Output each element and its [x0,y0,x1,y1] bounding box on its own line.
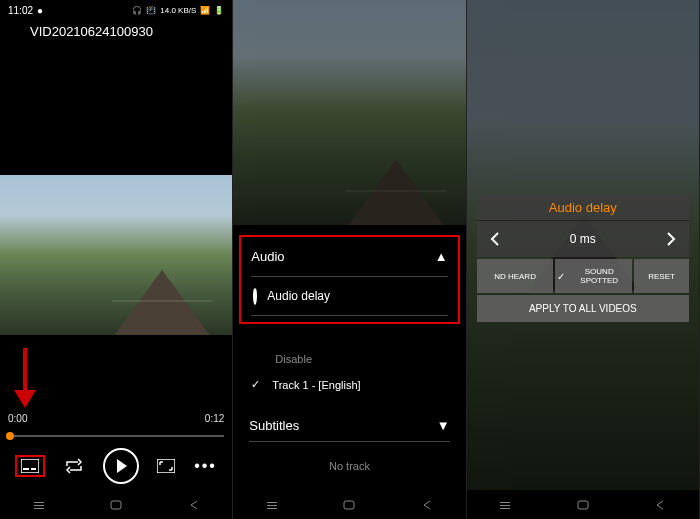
increase-delay-button[interactable] [653,221,689,257]
audio-menu-highlight: Audio ▲ Audio delay [239,235,459,324]
check-icon: ✓ [251,378,260,391]
video-frame-dimmed [233,0,465,225]
delay-title: Audio delay [477,195,689,221]
audio-header-label: Audio [251,249,284,264]
apply-all-button[interactable]: APPLY TO ALL VIDEOS [477,295,689,322]
status-time: 11:02 [8,5,33,16]
aspect-ratio-button[interactable] [157,459,175,473]
track-1-label: Track 1 - [English] [272,379,360,391]
nav-home-button[interactable] [574,498,592,512]
svg-rect-4 [34,502,44,503]
delay-value-row: 0 ms [477,221,689,257]
repeat-button[interactable] [64,458,84,474]
net-speed: 14.0 KB/S [160,6,196,15]
reset-button[interactable]: RESET [634,259,689,293]
replay-icon [253,289,257,303]
play-button[interactable] [103,448,139,484]
audio-delay-row[interactable]: Audio delay [251,277,447,316]
svg-rect-10 [267,508,277,509]
disable-track-row[interactable]: Disable [249,343,312,365]
video-frame[interactable] [0,175,232,335]
check-icon [557,271,565,282]
nav-back-button[interactable] [651,498,669,512]
expand-icon: ▼ [437,418,450,433]
messenger-icon: ● [37,5,43,16]
subtitles-section-header[interactable]: Subtitles ▼ [249,410,449,442]
subtitle-tracks-button[interactable] [15,455,45,477]
more-options-button[interactable]: ••• [194,457,217,475]
delay-value: 0 ms [513,221,653,257]
video-title: VID20210624100930 [0,20,232,43]
headphone-icon: 🎧 [132,6,142,15]
signal-icon: 📶 [200,6,210,15]
android-nav-bar [0,493,232,517]
player-main-panel: 11:02 ● 🎧 📳 14.0 KB/S 📶 🔋 VID20210624100… [0,0,233,519]
seek-thumb[interactable] [6,432,14,440]
nav-home-button[interactable] [107,498,125,512]
svg-rect-5 [34,505,44,506]
player-controls: ••• [0,448,232,484]
svg-rect-0 [21,459,39,473]
nav-back-button[interactable] [185,498,203,512]
nav-recent-button[interactable] [30,498,48,512]
audio-delay-label: Audio delay [267,289,330,303]
nav-back-button[interactable] [418,498,436,512]
sound-heard-button[interactable]: ND HEARD [477,259,554,293]
svg-rect-14 [500,508,510,509]
subtitles-label: Subtitles [249,418,299,433]
svg-rect-3 [157,459,175,473]
audio-menu-panel: Audio ▲ Audio delay Disable ✓ Track 1 - … [233,0,466,519]
svg-rect-13 [500,505,510,506]
no-track-label: No track [233,460,465,472]
nav-recent-button[interactable] [263,498,281,512]
svg-rect-1 [23,468,29,470]
svg-rect-6 [34,508,44,509]
decrease-delay-button[interactable] [477,221,513,257]
duration-time: 0:12 [205,413,224,424]
svg-rect-15 [578,501,588,509]
nav-home-button[interactable] [340,498,358,512]
svg-rect-2 [31,468,36,470]
annotation-arrow [14,348,34,413]
svg-rect-9 [267,505,277,506]
audio-delay-panel: Audio delay 0 ms ND HEARD SOUND SPOTTED … [467,0,700,519]
svg-rect-8 [267,502,277,503]
nav-recent-button[interactable] [496,498,514,512]
status-bar: 11:02 ● 🎧 📳 14.0 KB/S 📶 🔋 [0,0,232,20]
android-nav-bar [467,493,699,517]
current-time: 0:00 [8,413,27,424]
vibrate-icon: 📳 [146,6,156,15]
audio-section-header[interactable]: Audio ▲ [251,249,447,277]
android-nav-bar [233,493,465,517]
delay-control-panel: Audio delay 0 ms ND HEARD SOUND SPOTTED … [477,195,689,322]
sound-spotted-button[interactable]: SOUND SPOTTED [555,259,632,293]
seek-bar[interactable] [8,435,224,437]
collapse-icon: ▲ [435,249,448,264]
time-bar: 0:00 0:12 [8,413,224,424]
battery-icon: 🔋 [214,6,224,15]
svg-rect-12 [500,502,510,503]
svg-rect-7 [111,501,121,509]
svg-rect-11 [344,501,354,509]
track-1-row[interactable]: ✓ Track 1 - [English] [249,370,449,399]
